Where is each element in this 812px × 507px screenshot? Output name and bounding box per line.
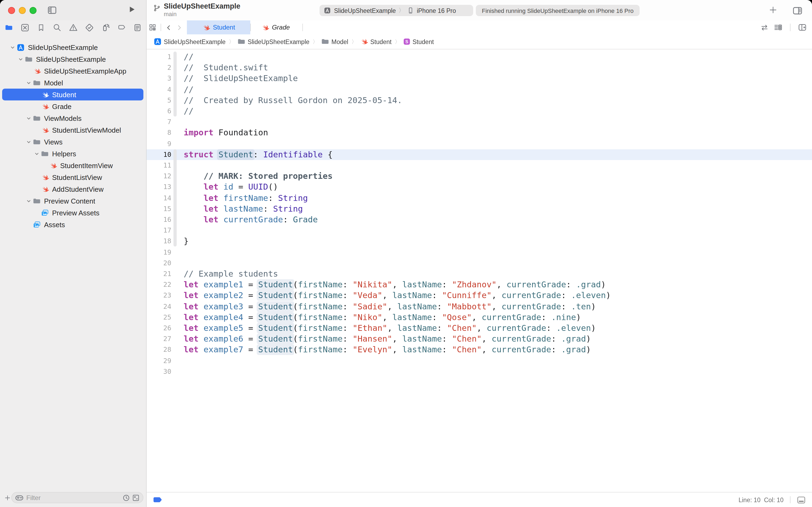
disclosure-chevron-icon[interactable] — [25, 116, 32, 121]
add-editor-plus-icon[interactable] — [769, 6, 777, 14]
line-number[interactable]: 5 — [147, 95, 171, 106]
editor-tab-student[interactable]: Student — [187, 20, 250, 35]
line-number[interactable]: 20 — [147, 258, 171, 268]
line-number[interactable]: 2 — [147, 62, 171, 73]
inspector-sidebar-toggle-icon[interactable] — [793, 6, 802, 15]
scheme-project-name[interactable]: SlideUpSheetExample — [334, 7, 396, 14]
related-items-icon[interactable] — [147, 20, 159, 35]
minimize-window-button[interactable] — [19, 7, 26, 14]
navigator-tab-bookmarks-icon[interactable] — [36, 22, 46, 33]
navigator-tab-reports-icon[interactable] — [132, 22, 143, 33]
line-number[interactable]: 14 — [147, 192, 171, 203]
scheme-device-name[interactable]: iPhone 16 Pro — [417, 7, 456, 14]
sidebar-item-grade[interactable]: Grade — [2, 101, 143, 112]
sidebar-item-student[interactable]: Student — [2, 89, 143, 101]
navigator-sidebar-toggle-icon[interactable] — [47, 5, 57, 15]
disclosure-chevron-icon[interactable] — [17, 57, 24, 61]
navigator-tab-search-icon[interactable] — [52, 22, 62, 33]
sidebar-item-studentitemview[interactable]: StudentItemView — [2, 160, 143, 171]
sidebar-item-preview-assets[interactable]: Preview Assets — [2, 207, 143, 219]
line-number[interactable]: 9 — [147, 138, 171, 149]
line-number[interactable]: 15 — [147, 203, 171, 214]
add-file-plus-icon[interactable] — [4, 495, 11, 501]
navigator-tab-tests-icon[interactable] — [84, 22, 95, 33]
sidebar-item-studentlistviewmodel[interactable]: StudentListViewModel — [2, 124, 143, 136]
sidebar-item-assets[interactable]: Assets — [2, 219, 143, 230]
sidebar-item-preview-content[interactable]: Preview Content — [2, 195, 143, 207]
line-number[interactable]: 7 — [147, 117, 171, 127]
line-number[interactable]: 16 — [147, 214, 171, 225]
navigator-tab-debug-icon[interactable] — [100, 22, 111, 33]
sidebar-item-views[interactable]: Views — [2, 136, 143, 148]
line-number[interactable]: 6 — [147, 106, 171, 117]
line-number[interactable]: 4 — [147, 84, 171, 95]
forward-chevron-icon[interactable] — [174, 20, 185, 35]
sidebar-item-helpers[interactable]: Helpers — [2, 148, 143, 160]
line-number[interactable]: 8 — [147, 127, 171, 138]
disclosure-chevron-icon[interactable] — [25, 80, 32, 85]
navigator-tab-source-control-icon[interactable] — [19, 22, 30, 33]
navigator-tab-breakpoints-icon[interactable] — [116, 22, 127, 33]
source-control-changes-icon[interactable] — [132, 494, 139, 501]
col-indicator[interactable]: Col: 10 — [764, 497, 784, 503]
breadcrumb-label: Student — [412, 39, 433, 45]
back-chevron-icon[interactable] — [163, 20, 174, 35]
navigator-tab-issues-icon[interactable] — [68, 22, 78, 33]
filter-placeholder: Filter — [26, 494, 122, 501]
breadcrumb-item[interactable]: SlideUpSheetExample — [154, 38, 226, 46]
line-number[interactable]: 30 — [147, 366, 171, 377]
sidebar-item-addstudentview[interactable]: AddStudentView — [2, 183, 143, 195]
code-review-icon[interactable] — [760, 23, 768, 32]
line-number[interactable]: 13 — [147, 182, 171, 192]
line-number[interactable]: 22 — [147, 279, 171, 290]
disclosure-chevron-icon[interactable] — [33, 151, 40, 156]
line-number[interactable]: 17 — [147, 225, 171, 236]
line-number[interactable]: 26 — [147, 323, 171, 334]
line-number[interactable]: 29 — [147, 355, 171, 366]
editor-options-icon[interactable] — [774, 23, 782, 32]
line-number[interactable]: 12 — [147, 171, 171, 181]
code-token: // Student.swift — [184, 63, 268, 72]
disclosure-chevron-icon[interactable] — [25, 199, 32, 203]
disclosure-chevron-icon[interactable] — [9, 45, 16, 50]
sidebar-item-viewmodels[interactable]: ViewModels — [2, 112, 143, 124]
sidebar-item-model[interactable]: Model — [2, 77, 143, 89]
line-number[interactable]: 28 — [147, 344, 171, 355]
line-number[interactable]: 23 — [147, 290, 171, 301]
line-number[interactable]: 24 — [147, 301, 171, 312]
line-number[interactable]: 21 — [147, 269, 171, 279]
line-number[interactable]: 19 — [147, 247, 171, 258]
line-number[interactable]: 18 — [147, 236, 171, 247]
disclosure-chevron-icon[interactable] — [25, 139, 32, 144]
debug-area-toggle-icon[interactable] — [797, 496, 806, 504]
add-split-editor-icon[interactable] — [798, 23, 807, 32]
breadcrumb-item[interactable]: SStudent — [403, 38, 433, 45]
line-number[interactable]: 25 — [147, 312, 171, 323]
recents-clock-icon[interactable] — [122, 494, 130, 501]
run-button[interactable] — [128, 5, 136, 13]
line-number[interactable]: 3 — [147, 73, 171, 84]
code-token: = — [243, 345, 258, 355]
sidebar-item-slideupsheetexample[interactable]: SlideUpSheetExample — [2, 53, 143, 65]
close-window-button[interactable] — [8, 7, 15, 14]
code-token: let — [184, 323, 199, 333]
editor-tab-grade[interactable]: Grade — [251, 20, 300, 35]
code-token: lastName — [392, 312, 432, 322]
breadcrumb-item[interactable]: SlideUpSheetExample — [237, 38, 309, 46]
line-number[interactable]: 1 — [147, 52, 171, 62]
line-indicator[interactable]: Line: 10 — [739, 497, 760, 503]
breakpoints-toggle-icon[interactable] — [153, 497, 162, 503]
line-number[interactable]: 27 — [147, 334, 171, 344]
scheme-selector[interactable]: SlideUpSheetExample 〉 iPhone 16 Pro — [320, 5, 473, 16]
breadcrumb-item[interactable]: Student — [360, 38, 392, 46]
sidebar-item-slideupsheetexampleapp[interactable]: SlideUpSheetExampleApp — [2, 65, 143, 77]
source-editor[interactable]: 1//2// Student.swift3// SlideUpSheetExam… — [147, 49, 812, 492]
line-number[interactable]: 10 — [147, 149, 171, 160]
breadcrumb-item[interactable]: Model — [321, 38, 348, 46]
zoom-window-button[interactable] — [30, 7, 37, 14]
navigator-tab-project-navigator-icon[interactable] — [3, 22, 14, 33]
sidebar-item-slideupsheetexample[interactable]: SlideUpSheetExample — [2, 41, 143, 53]
line-number[interactable]: 11 — [147, 160, 171, 171]
sidebar-item-studentlistview[interactable]: StudentListView — [2, 171, 143, 183]
filter-field[interactable]: Filter — [11, 492, 143, 503]
